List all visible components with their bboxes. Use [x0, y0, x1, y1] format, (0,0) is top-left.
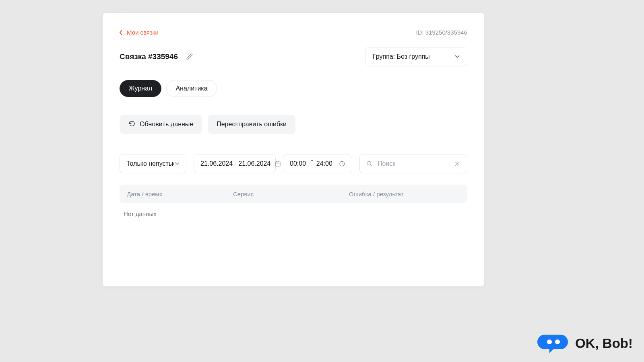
filter-time-from: 00:00: [290, 160, 306, 167]
refresh-icon: [128, 121, 136, 128]
svg-line-6: [370, 165, 372, 166]
chevron-left-icon: [120, 30, 123, 35]
filter-time-range[interactable]: 00:00 - 24:00: [283, 154, 352, 173]
chevron-down-icon: [455, 55, 460, 58]
record-id: ID: 319250/335946: [416, 29, 467, 36]
tab-analytics[interactable]: Аналитика: [166, 80, 217, 97]
svg-point-10: [555, 339, 560, 344]
back-link-label: Мои связки: [127, 29, 159, 36]
svg-point-9: [547, 339, 552, 344]
search-icon[interactable]: [366, 160, 373, 167]
column-date: Дата / время: [127, 191, 233, 197]
group-select-label: Группа: Без группы: [373, 53, 430, 60]
speech-bubble-icon: [537, 334, 569, 353]
filters-row: Только непустые 21.06.2024 - 21.06.2024 …: [120, 154, 467, 173]
back-link[interactable]: Мои связки: [120, 29, 159, 36]
table-header: Дата / время Сервис Ошибка / результат: [120, 185, 467, 203]
filter-date-range[interactable]: 21.06.2024 - 21.06.2024: [194, 154, 276, 173]
table-empty-message: Нет данных: [120, 203, 467, 217]
search-input[interactable]: [378, 160, 449, 167]
page-title: Связка #335946: [120, 52, 178, 61]
title-row: Связка #335946 Группа: Без группы: [120, 47, 467, 66]
filter-search: [359, 154, 467, 173]
svg-rect-0: [275, 162, 280, 166]
watermark-text: OK, Bob!: [575, 336, 633, 351]
filter-date-range-label: 21.06.2024 - 21.06.2024: [200, 160, 270, 167]
refresh-button[interactable]: Обновить данные: [120, 115, 202, 134]
filter-time-dash: -: [309, 156, 313, 171]
watermark: OK, Bob!: [537, 334, 633, 353]
main-card: Мои связки ID: 319250/335946 Связка #335…: [103, 13, 484, 286]
resend-errors-button[interactable]: Переотправить ошибки: [208, 115, 295, 134]
clock-icon: [339, 160, 345, 167]
close-icon[interactable]: [454, 160, 460, 167]
group-select[interactable]: Группа: Без группы: [365, 47, 467, 66]
tabs: Журнал Аналитика: [120, 80, 467, 97]
filter-nonempty-select[interactable]: Только непустые: [120, 154, 186, 173]
top-row: Мои связки ID: 319250/335946: [120, 29, 467, 36]
filter-time-to: 24:00: [316, 160, 332, 167]
title-left: Связка #335946: [120, 52, 193, 61]
tab-analytics-label: Аналитика: [175, 85, 207, 92]
tab-journal-label: Журнал: [129, 85, 152, 92]
svg-point-5: [367, 161, 371, 165]
actions-row: Обновить данные Переотправить ошибки: [120, 115, 467, 134]
refresh-button-label: Обновить данные: [140, 121, 193, 128]
column-service: Сервис: [233, 191, 349, 197]
resend-errors-label: Переотправить ошибки: [217, 121, 287, 128]
chevron-down-icon: [175, 162, 180, 165]
pencil-icon[interactable]: [186, 53, 193, 60]
calendar-icon: [275, 160, 281, 167]
column-error: Ошибка / результат: [349, 191, 460, 197]
filter-nonempty-label: Только непустые: [126, 160, 174, 167]
tab-journal[interactable]: Журнал: [120, 80, 161, 97]
